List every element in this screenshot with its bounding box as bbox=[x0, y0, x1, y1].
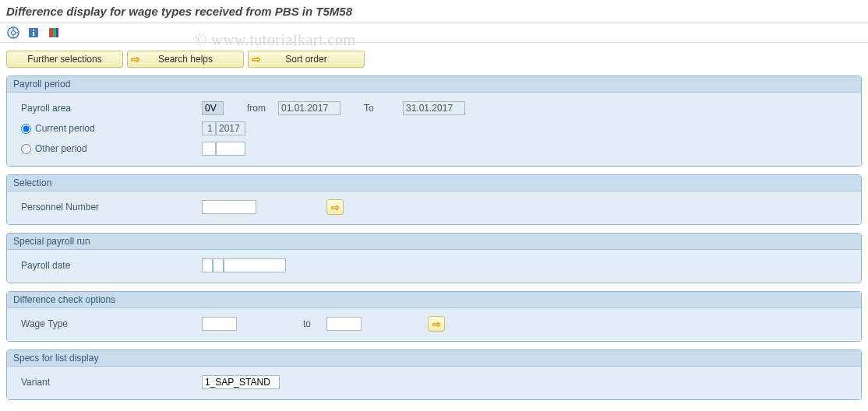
current-period-radio-input[interactable] bbox=[21, 124, 31, 134]
special-payroll-section: Special payroll run Payroll date bbox=[6, 233, 862, 283]
button-label: Search helps bbox=[158, 54, 213, 65]
execute-icon[interactable] bbox=[6, 26, 20, 40]
page-title: Difference display for wage types receiv… bbox=[0, 0, 868, 23]
to-label: to bbox=[303, 318, 326, 329]
section-title: Specs for list display bbox=[7, 350, 861, 367]
payroll-date-label: Payroll date bbox=[15, 260, 202, 271]
current-period-year bbox=[216, 121, 245, 135]
svg-rect-8 bbox=[49, 28, 53, 37]
other-period-radio[interactable]: Other period bbox=[21, 143, 202, 154]
multiple-selection-button[interactable]: ⇨ bbox=[326, 199, 344, 215]
from-label: from bbox=[247, 103, 278, 114]
specs-section: Specs for list display Variant bbox=[6, 350, 862, 400]
sort-order-button[interactable]: ⇨ Sort order bbox=[248, 51, 365, 68]
svg-rect-7 bbox=[33, 32, 34, 36]
variant-label: Variant bbox=[15, 377, 202, 388]
section-title: Special payroll run bbox=[7, 234, 861, 250]
to-date-display bbox=[403, 101, 465, 115]
personnel-number-input[interactable] bbox=[202, 200, 256, 214]
svg-rect-10 bbox=[56, 28, 58, 37]
other-period-year-input[interactable] bbox=[216, 142, 245, 156]
variant-input[interactable] bbox=[202, 375, 280, 389]
personnel-number-label: Personnel Number bbox=[15, 202, 202, 213]
current-period-num bbox=[202, 121, 216, 135]
section-title: Selection bbox=[7, 175, 861, 191]
other-period-num-input[interactable] bbox=[202, 142, 216, 156]
wage-type-from-input[interactable] bbox=[202, 317, 237, 331]
other-period-radio-input[interactable] bbox=[21, 144, 31, 154]
to-label: To bbox=[364, 103, 387, 114]
further-selections-button[interactable]: Further selections bbox=[6, 51, 123, 68]
multiple-selection-button[interactable]: ⇨ bbox=[428, 316, 445, 332]
wage-type-to-input[interactable] bbox=[326, 317, 362, 331]
variant-icon[interactable] bbox=[47, 26, 61, 40]
toolbar bbox=[0, 23, 868, 43]
svg-rect-6 bbox=[33, 30, 34, 31]
payroll-date-input-1[interactable] bbox=[202, 258, 213, 272]
search-helps-button[interactable]: ⇨ Search helps bbox=[127, 51, 244, 68]
payroll-area-label: Payroll area bbox=[15, 103, 202, 114]
from-date-display bbox=[278, 101, 340, 115]
current-period-label: Current period bbox=[35, 123, 95, 134]
svg-point-1 bbox=[12, 31, 16, 35]
payroll-date-input-2[interactable] bbox=[213, 258, 224, 272]
button-label: Sort order bbox=[285, 54, 326, 65]
info-icon[interactable] bbox=[26, 26, 41, 40]
arrow-right-icon: ⇨ bbox=[432, 318, 441, 330]
arrow-right-icon: ⇨ bbox=[131, 53, 140, 65]
selection-section: Selection Personnel Number ⇨ bbox=[6, 174, 862, 225]
payroll-period-section: Payroll period Payroll area from To Curr… bbox=[6, 76, 862, 167]
arrow-right-icon: ⇨ bbox=[252, 53, 261, 65]
diff-check-section: Difference check options Wage Type to ⇨ bbox=[6, 291, 862, 342]
button-label: Further selections bbox=[27, 54, 101, 65]
payroll-date-input-3[interactable] bbox=[224, 258, 286, 272]
current-period-radio[interactable]: Current period bbox=[21, 123, 202, 134]
arrow-right-icon: ⇨ bbox=[331, 202, 340, 213]
wage-type-label: Wage Type bbox=[15, 318, 202, 329]
other-period-label: Other period bbox=[35, 143, 87, 154]
section-title: Payroll period bbox=[7, 76, 861, 93]
svg-rect-9 bbox=[53, 28, 56, 37]
section-title: Difference check options bbox=[7, 292, 861, 308]
payroll-area-input[interactable] bbox=[202, 101, 224, 115]
